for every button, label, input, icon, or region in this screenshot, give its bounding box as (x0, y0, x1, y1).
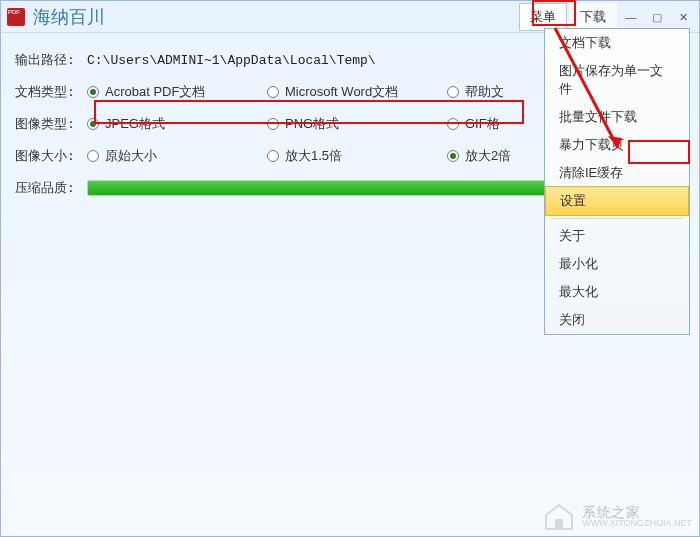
dd-about[interactable]: 关于 (545, 222, 689, 250)
dd-clear-ie-cache[interactable]: 清除IE缓存 (545, 159, 689, 187)
radio-icon (267, 86, 279, 98)
radio-icon (87, 86, 99, 98)
dd-close[interactable]: 关闭 (545, 306, 689, 334)
maximize-icon[interactable]: ▢ (645, 8, 669, 26)
radio-icon (87, 150, 99, 162)
watermark: 系统之家 WWW.XITONGZHIJIA.NET (542, 501, 692, 531)
radio-label: Acrobat PDF文档 (105, 83, 205, 101)
radio-png[interactable]: PNG格式 (267, 115, 447, 133)
doc-type-label: 文档类型: (15, 83, 87, 101)
radio-pdf[interactable]: Acrobat PDF文档 (87, 83, 267, 101)
radio-label: Microsoft Word文档 (285, 83, 398, 101)
dd-save-single-file[interactable]: 图片保存为单一文件 (545, 57, 689, 103)
radio-icon (447, 86, 459, 98)
dd-minimize[interactable]: 最小化 (545, 250, 689, 278)
app-title: 海纳百川 (33, 5, 105, 29)
watermark-url: WWW.XITONGZHIJIA.NET (582, 519, 692, 528)
download-button[interactable]: 下载 (569, 3, 617, 31)
dd-settings[interactable]: 设置 (545, 186, 689, 216)
main-window: 海纳百川 菜单 下载 — ▢ ✕ 输出路径: C:\Users\ADMINI~1… (0, 0, 700, 537)
radio-icon (447, 150, 459, 162)
output-path-value: C:\Users\ADMINI~1\AppData\Local\Temp\ (87, 53, 376, 68)
radio-icon (87, 118, 99, 130)
radio-word[interactable]: Microsoft Word文档 (267, 83, 447, 101)
menubar: 菜单 下载 — ▢ ✕ (519, 3, 695, 31)
radio-jpeg[interactable]: JPEG格式 (87, 115, 267, 133)
radio-label: 帮助文 (465, 83, 504, 101)
watermark-icon (542, 501, 576, 531)
radio-label: 原始大小 (105, 147, 157, 165)
radio-label: 放大2倍 (465, 147, 511, 165)
menu-separator (551, 218, 683, 219)
radio-1-5x[interactable]: 放大1.5倍 (267, 147, 447, 165)
menu-dropdown: 文档下载 图片保存为单一文件 批量文件下载 暴力下载页 清除IE缓存 设置 关于… (544, 28, 690, 335)
menu-button[interactable]: 菜单 (519, 3, 567, 31)
output-path-label: 输出路径: (15, 51, 87, 69)
dd-batch-download[interactable]: 批量文件下载 (545, 103, 689, 131)
dd-force-download[interactable]: 暴力下载页 (545, 131, 689, 159)
dd-maximize[interactable]: 最大化 (545, 278, 689, 306)
svg-rect-1 (555, 519, 563, 529)
radio-icon (267, 150, 279, 162)
app-icon (7, 8, 25, 26)
radio-label: GIF格 (465, 115, 500, 133)
image-size-label: 图像大小: (15, 147, 87, 165)
radio-label: 放大1.5倍 (285, 147, 342, 165)
radio-label: JPEG格式 (105, 115, 165, 133)
minimize-icon[interactable]: — (619, 8, 643, 26)
dd-doc-download[interactable]: 文档下载 (545, 29, 689, 57)
watermark-title: 系统之家 (582, 505, 692, 519)
radio-original-size[interactable]: 原始大小 (87, 147, 267, 165)
quality-label: 压缩品质: (15, 179, 87, 197)
radio-icon (447, 118, 459, 130)
close-icon[interactable]: ✕ (671, 8, 695, 26)
image-type-label: 图像类型: (15, 115, 87, 133)
radio-label: PNG格式 (285, 115, 339, 133)
radio-icon (267, 118, 279, 130)
